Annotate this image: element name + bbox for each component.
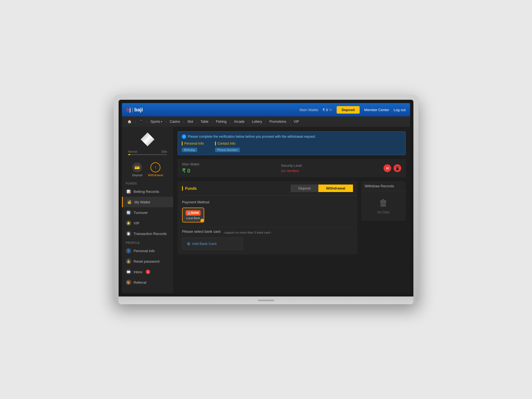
logo[interactable]: bj xyxy=(126,107,131,113)
sidebar-item-inbox[interactable]: ✉️ Inbox 1 xyxy=(122,267,173,277)
no-data-icon: 🗑 xyxy=(379,198,388,208)
avatar-area: Normal Elite xyxy=(122,127,173,160)
sidebar-item-my-wallet[interactable]: 💰 My Wallet xyxy=(122,197,173,207)
personal-info-title: Personal Info xyxy=(182,142,204,145)
main-layout: Normal Elite 💳 Deposit xyxy=(122,127,410,293)
wallet-balance: 0 xyxy=(187,168,190,174)
sidebar: Normal Elite 💳 Deposit xyxy=(122,127,173,293)
refresh-icon[interactable]: ↻ xyxy=(329,108,332,112)
sidebar-item-personal-info[interactable]: 👤 Personal Info xyxy=(122,245,173,256)
bank-label: BANK xyxy=(191,211,199,214)
wallet-section: Main Wallet ₹ 0 Security Level Un-Verifi… xyxy=(178,159,406,177)
add-bank-label: Add Bank Card xyxy=(192,242,216,246)
logout-button[interactable]: Log out xyxy=(394,108,406,112)
sidebar-actions: 💳 Deposit ↑ Withdrawal xyxy=(122,160,173,180)
bank-card-select-label: Please select bank card xyxy=(182,229,220,234)
nav-promotions[interactable]: Promotions xyxy=(266,116,290,127)
security-info: Security Level Un-Verified xyxy=(281,164,302,173)
add-bank-card-area: ⊕ Add Bank Card xyxy=(182,237,243,250)
nav-sports[interactable]: Sports ▾ xyxy=(147,116,166,127)
deposit-button[interactable]: Deposit xyxy=(337,106,360,114)
nav-slot[interactable]: Slot xyxy=(184,116,196,127)
top-nav-right: Main Wallet ₹ 0 ↻ Deposit Member Center … xyxy=(300,106,406,114)
funds-body: Payment Method 🏦 BANK Local Bank xyxy=(178,196,357,254)
level-bar xyxy=(128,154,167,155)
nav-fishing[interactable]: Fishing xyxy=(213,116,230,127)
logo-area: bj | baji xyxy=(126,107,143,113)
deposit-action-btn[interactable]: 💳 Deposit xyxy=(132,162,142,177)
wallet-info: Main Wallet ₹ 0 xyxy=(182,162,199,174)
contact-info-title: Contact Info xyxy=(215,142,240,145)
my-wallet-label: My Wallet xyxy=(134,200,150,204)
referral-label: Referral xyxy=(134,280,146,285)
betting-records-label: Betting Records xyxy=(134,190,159,194)
bank-payment-card[interactable]: 🏦 BANK Local Bank ✓ xyxy=(182,208,204,222)
payment-methods: 🏦 BANK Local Bank ✓ xyxy=(182,208,353,222)
turnover-icon: 🔄 xyxy=(126,210,131,215)
sidebar-item-turnover[interactable]: 🔄 Turnover xyxy=(122,207,173,218)
logo-sep: | xyxy=(132,107,133,113)
phone-security-icon[interactable]: 📱 xyxy=(393,164,401,172)
contact-info-badge: Phone Number xyxy=(215,148,240,152)
funds-title: Funds xyxy=(182,186,197,191)
sidebar-item-transaction-records[interactable]: 📋 Transaction Records xyxy=(122,228,173,239)
content-row: Funds Deposit Withdrawal Payment Method xyxy=(178,181,406,258)
verify-banner-message: i Please complete the verification below… xyxy=(182,134,401,139)
nav-mobile[interactable]: 📱 xyxy=(136,116,147,127)
level-elite-label: Elite xyxy=(162,150,167,153)
funds-header: Funds Deposit Withdrawal xyxy=(178,181,357,196)
security-status: Un-Verified xyxy=(281,169,302,173)
withdrawal-circle-icon: ↑ xyxy=(150,162,160,172)
sidebar-item-reset-password[interactable]: 🔒 Reset password xyxy=(122,256,173,267)
inbox-icon: ✉️ xyxy=(126,269,131,275)
logo-j: j xyxy=(129,107,131,112)
personal-info-label: Personal Info xyxy=(134,249,155,253)
logo-b: b xyxy=(126,107,129,112)
nav-table[interactable]: Table xyxy=(197,116,212,127)
top-nav: bj | baji Main Wallet ₹ 0 ↻ Deposit Memb… xyxy=(122,103,410,116)
personal-info-step: Personal Info Birthday xyxy=(182,142,204,152)
logo-baji: baji xyxy=(134,107,143,113)
level-bar-fill xyxy=(128,154,130,155)
vip-label: VIP xyxy=(134,221,139,225)
security-icons: ✉ 📱 xyxy=(383,164,401,172)
nav-casino[interactable]: Casino xyxy=(167,116,183,127)
check-icon: ✓ xyxy=(200,219,204,222)
member-center-button[interactable]: Member Center xyxy=(364,108,389,112)
withdrawal-tab[interactable]: Withdrawal xyxy=(318,185,353,192)
payment-method-label: Payment Method xyxy=(182,200,353,204)
deposit-action-label: Deposit xyxy=(132,173,142,177)
funds-panel: Funds Deposit Withdrawal Payment Method xyxy=(178,181,357,254)
nav-vip[interactable]: VIP xyxy=(290,116,302,127)
wallet-info-label: Main Wallet xyxy=(182,162,199,166)
wallet-currency: ₹ xyxy=(182,168,186,174)
info-icon: i xyxy=(182,134,186,139)
vip-sidebar-icon: ⭐ xyxy=(126,220,131,226)
wallet-info-amount: ₹ 0 xyxy=(182,167,199,174)
sidebar-item-referral[interactable]: 🎁 Referral xyxy=(122,277,173,288)
deposit-tab[interactable]: Deposit xyxy=(291,185,318,192)
add-bank-card-button[interactable]: ⊕ Add Bank Card xyxy=(187,241,216,246)
personal-info-icon: 👤 xyxy=(126,248,131,254)
wallet-amount: ₹ 0 ↻ xyxy=(323,108,332,112)
reset-password-icon: 🔒 xyxy=(126,259,131,264)
sidebar-item-betting-records[interactable]: 📊 Betting Records xyxy=(122,186,173,197)
nav-lottery[interactable]: Lottery xyxy=(249,116,265,127)
bank-icon-building: 🏦 xyxy=(187,211,191,214)
plus-icon: ⊕ xyxy=(187,241,190,246)
turnover-label: Turnover xyxy=(134,211,148,215)
deposit-circle-icon: 💳 xyxy=(132,162,142,172)
profile-section-title: Profile xyxy=(122,239,173,245)
withdraw-records-panel: Withdraw Records 🗑 No Data xyxy=(361,181,406,221)
bank-card-note: - support no more than 3 bank card - xyxy=(222,231,272,234)
nav-home[interactable]: 🏠 xyxy=(124,116,135,127)
email-security-icon[interactable]: ✉ xyxy=(383,164,391,172)
currency-symbol: ₹ xyxy=(323,108,325,112)
verify-banner: i Please complete the verification below… xyxy=(178,131,406,155)
nav-arcade[interactable]: Arcade xyxy=(231,116,248,127)
withdrawal-action-btn[interactable]: ↑ Withdrawal xyxy=(148,162,163,177)
no-data-area: 🗑 No Data xyxy=(361,191,406,221)
sidebar-item-vip[interactable]: ⭐ VIP xyxy=(122,218,173,228)
personal-info-badge: Birthday xyxy=(182,148,197,152)
transaction-records-icon: 📋 xyxy=(126,231,131,236)
